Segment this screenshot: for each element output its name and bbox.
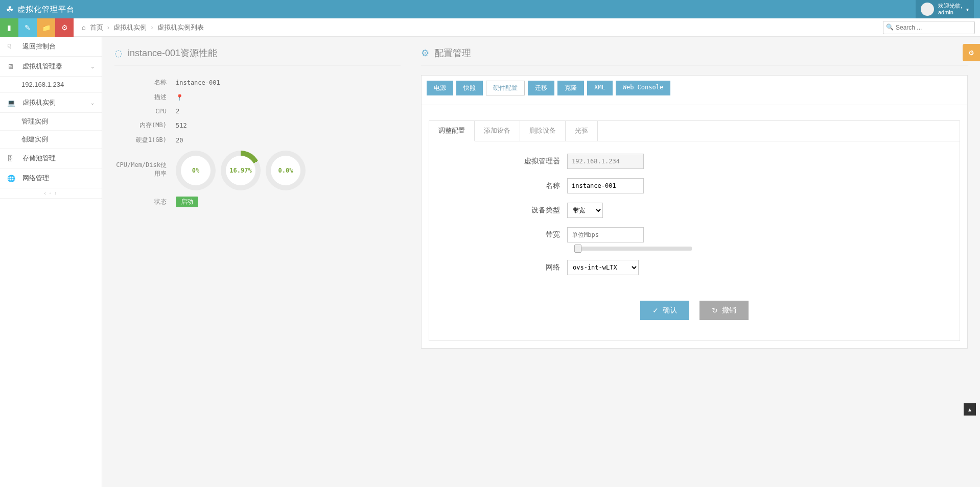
sidebar-item-label: 网络管理 bbox=[22, 174, 49, 183]
instance-name: instance-001 bbox=[128, 48, 180, 58]
label-manager: 虚拟管理器 bbox=[445, 157, 567, 166]
folder-icon: 📁 bbox=[42, 23, 51, 32]
sidebar-item-create-instance[interactable]: 创建实例 bbox=[0, 131, 102, 149]
select-network[interactable]: ovs-int-wLTX bbox=[567, 260, 639, 275]
breadcrumb-sep: › bbox=[151, 23, 153, 31]
label-name: 名称 bbox=[114, 78, 176, 87]
select-devtype[interactable]: 带宽 bbox=[567, 203, 603, 218]
breadcrumb-sep: › bbox=[107, 23, 109, 31]
avatar bbox=[921, 3, 934, 16]
secondary-tabset: 调整配置 添加设备 删除设备 光驱 bbox=[429, 121, 960, 141]
pencil-icon: ✎ bbox=[25, 23, 31, 32]
breadcrumb-l1[interactable]: 虚拟机实例 bbox=[113, 23, 147, 32]
value-disk: 20 bbox=[176, 137, 183, 144]
tab-webconsole[interactable]: Web Console bbox=[616, 81, 670, 95]
sidebar-item-label: 管理实例 bbox=[21, 117, 48, 125]
tool-chart-button[interactable]: ▮ bbox=[0, 18, 18, 37]
label-disk: 硬盘1(GB) bbox=[114, 136, 176, 144]
tab-remove-device[interactable]: 删除设备 bbox=[520, 121, 566, 141]
title-suffix: 资源性能 bbox=[180, 48, 217, 58]
tool-folder-button[interactable]: 📁 bbox=[37, 18, 55, 37]
primary-tabset: 电源 快照 硬件配置 迁移 克隆 XML Web Console bbox=[422, 76, 967, 105]
gauge-mem: 16.97% bbox=[221, 151, 261, 190]
label-cpu: CPU bbox=[114, 108, 176, 115]
sidebar-item-host[interactable]: 192.168.1.234 bbox=[0, 77, 102, 93]
tab-cdrom[interactable]: 光驱 bbox=[566, 121, 598, 141]
laptop-icon: 💻 bbox=[7, 99, 17, 107]
chevron-down-icon: ▾ bbox=[966, 7, 969, 12]
scroll-top-button[interactable]: ▲ bbox=[964, 403, 976, 416]
sidebar-item-label: 192.168.1.234 bbox=[21, 81, 64, 88]
search-box: 🔍 bbox=[883, 21, 975, 34]
gear-icon: ⚙ bbox=[61, 23, 68, 32]
search-input[interactable] bbox=[883, 21, 975, 34]
spinner-icon: ◌ bbox=[114, 47, 123, 59]
sidebar-item-back[interactable]: ☟ 返回控制台 bbox=[0, 37, 102, 57]
home-icon[interactable]: ⌂ bbox=[82, 23, 86, 31]
tab-xml[interactable]: XML bbox=[587, 81, 613, 95]
sidebar-item-label: 创建实例 bbox=[21, 135, 48, 143]
tool-buttons: ▮ ✎ 📁 ⚙ bbox=[0, 18, 74, 37]
chevron-down-icon: ⌄ bbox=[90, 100, 95, 106]
cancel-button[interactable]: ↻ 撤销 bbox=[699, 301, 749, 320]
gauge-mem-value: 16.97% bbox=[226, 156, 255, 185]
tool-edit-button[interactable]: ✎ bbox=[18, 18, 37, 37]
sidebar-item-storage[interactable]: 🗄 存储池管理 bbox=[0, 149, 102, 168]
sidebar-item-network[interactable]: 🌐 网络管理 bbox=[0, 168, 102, 188]
gauge-cpu: 0% bbox=[176, 151, 216, 190]
tab-add-device[interactable]: 添加设备 bbox=[475, 121, 520, 141]
sidebar-item-vm-manager[interactable]: 🖥 虚拟机管理器 ⌄ bbox=[0, 57, 102, 77]
user-text: 欢迎光临, admin bbox=[938, 3, 962, 16]
confirm-label: 确认 bbox=[663, 306, 677, 315]
user-menu[interactable]: 欢迎光临, admin ▾ bbox=[916, 0, 974, 18]
breadcrumb: ⌂ 首页 › 虚拟机实例 › 虚拟机实例列表 bbox=[82, 23, 204, 32]
input-manager[interactable] bbox=[567, 154, 644, 169]
config-tabs-outer: 电源 快照 硬件配置 迁移 克隆 XML Web Console 调整配置 添加… bbox=[421, 75, 968, 349]
label-name: 名称 bbox=[445, 181, 567, 190]
value-cpu: 2 bbox=[176, 108, 179, 115]
database-icon: 🗄 bbox=[7, 155, 17, 162]
input-name[interactable] bbox=[567, 178, 644, 193]
tab-migrate[interactable]: 迁移 bbox=[528, 81, 554, 95]
undo-icon: ↻ bbox=[712, 306, 718, 314]
sidebar-item-label: 返回控制台 bbox=[22, 42, 56, 51]
app-header: ☘ 虚拟化管理平台 欢迎光临, admin ▾ bbox=[0, 0, 980, 18]
tool-settings-button[interactable]: ⚙ bbox=[55, 18, 74, 37]
brand-title: 虚拟化管理平台 bbox=[17, 5, 75, 14]
tab-adjust[interactable]: 调整配置 bbox=[429, 121, 475, 141]
label-network: 网络 bbox=[445, 263, 567, 272]
gauge-disk: 0.0% bbox=[266, 151, 306, 190]
tab-clone[interactable]: 克隆 bbox=[557, 81, 584, 95]
sidebar-item-label: 虚拟机管理器 bbox=[22, 62, 62, 71]
status-badge: 启动 bbox=[176, 197, 198, 207]
chart-icon: ▮ bbox=[7, 23, 11, 32]
input-bandwidth[interactable] bbox=[567, 227, 644, 242]
tab-snapshot[interactable]: 快照 bbox=[456, 81, 483, 95]
user-name: admin bbox=[938, 9, 962, 16]
resource-panel-title: ◌ instance-001资源性能 bbox=[114, 47, 401, 66]
bandwidth-slider[interactable] bbox=[574, 247, 692, 251]
breadcrumb-home[interactable]: 首页 bbox=[90, 23, 103, 32]
tab-hardware[interactable]: 硬件配置 bbox=[486, 81, 525, 95]
user-greeting: 欢迎光临, bbox=[938, 3, 962, 9]
sidebar-item-vm-instance[interactable]: 💻 虚拟机实例 ⌄ bbox=[0, 93, 102, 113]
main-content: ◌ instance-001资源性能 名称 instance-001 描述 📍 … bbox=[102, 37, 980, 487]
config-form: 虚拟管理器 名称 设备类型 带宽 bbox=[429, 141, 960, 340]
sidebar-item-manage-instance[interactable]: 管理实例 bbox=[0, 113, 102, 131]
hand-icon: ☟ bbox=[7, 43, 17, 51]
value-name: instance-001 bbox=[176, 79, 220, 86]
sidebar-item-label: 虚拟机实例 bbox=[22, 98, 56, 107]
slider-handle[interactable] bbox=[574, 245, 581, 253]
check-icon: ✓ bbox=[652, 306, 659, 314]
gear-icon: ⚙ bbox=[968, 49, 974, 57]
floating-settings-button[interactable]: ⚙ bbox=[963, 44, 980, 61]
gears-icon: ⚙ bbox=[421, 47, 429, 59]
label-bandwidth: 带宽 bbox=[445, 230, 567, 239]
confirm-button[interactable]: ✓ 确认 bbox=[640, 301, 689, 320]
sidebar-collapse-toggle[interactable]: ‹ ◦ › bbox=[0, 188, 102, 199]
resource-panel: ◌ instance-001资源性能 名称 instance-001 描述 📍 … bbox=[114, 47, 401, 210]
form-actions: ✓ 确认 ↻ 撤销 bbox=[445, 301, 944, 320]
tab-power[interactable]: 电源 bbox=[427, 81, 453, 95]
gauge-cpu-value: 0% bbox=[181, 156, 211, 185]
globe-icon: 🌐 bbox=[7, 175, 17, 182]
